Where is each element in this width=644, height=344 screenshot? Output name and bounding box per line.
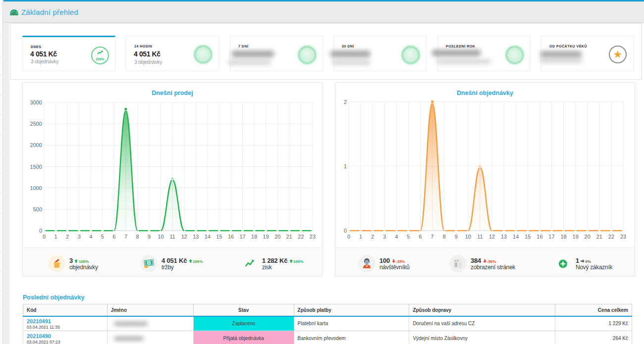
svg-text:1500: 1500	[30, 164, 42, 170]
svg-text:1: 1	[344, 163, 347, 169]
svg-text:14: 14	[513, 234, 519, 240]
svg-text:3: 3	[383, 234, 386, 240]
svg-text:19: 19	[263, 234, 269, 240]
svg-text:1: 1	[54, 234, 57, 240]
svg-text:2000: 2000	[30, 142, 42, 148]
svg-text:8: 8	[136, 234, 139, 240]
svg-text:17: 17	[239, 234, 245, 240]
svg-text:19: 19	[573, 234, 579, 240]
svg-text:20: 20	[274, 234, 280, 240]
svg-text:1000: 1000	[30, 185, 42, 191]
svg-text:2: 2	[66, 234, 69, 240]
svg-text:2: 2	[371, 234, 374, 240]
svg-text:21: 21	[286, 234, 292, 240]
svg-text:0: 0	[148, 261, 150, 265]
svg-text:3000: 3000	[30, 99, 42, 105]
svg-text:15: 15	[216, 234, 222, 240]
svg-text:5: 5	[101, 234, 104, 240]
svg-text:22: 22	[298, 234, 304, 240]
svg-text:21: 21	[596, 234, 602, 240]
svg-text:15: 15	[525, 234, 531, 240]
svg-text:6: 6	[112, 234, 115, 240]
svg-text:2: 2	[344, 99, 347, 105]
svg-text:13: 13	[501, 234, 507, 240]
svg-text:22: 22	[608, 234, 614, 240]
svg-text:18: 18	[560, 234, 566, 240]
svg-text:16: 16	[537, 234, 542, 240]
svg-text:500: 500	[33, 206, 42, 212]
svg-text:0: 0	[39, 228, 42, 234]
svg-text:2500: 2500	[30, 121, 42, 127]
svg-text:1: 1	[359, 234, 362, 240]
svg-text:7: 7	[124, 234, 127, 240]
svg-text:3: 3	[78, 234, 81, 240]
svg-text:14: 14	[205, 234, 211, 240]
svg-text:18: 18	[251, 234, 257, 240]
svg-text:0: 0	[43, 234, 46, 240]
svg-text:12: 12	[489, 234, 495, 240]
svg-text:10: 10	[465, 234, 471, 240]
svg-text:4: 4	[89, 234, 92, 240]
svg-text:11: 11	[477, 234, 483, 240]
svg-text:17: 17	[548, 234, 554, 240]
svg-text:13: 13	[193, 234, 199, 240]
svg-text:12: 12	[181, 234, 187, 240]
svg-text:20: 20	[585, 234, 590, 240]
svg-text:23: 23	[310, 234, 316, 240]
svg-text:0: 0	[344, 228, 347, 234]
svg-text:9: 9	[148, 234, 151, 240]
svg-text:23: 23	[620, 234, 626, 240]
svg-text:8: 8	[443, 234, 446, 240]
svg-text:5: 5	[407, 234, 410, 240]
svg-text:6: 6	[419, 234, 422, 240]
svg-text:10: 10	[158, 234, 164, 240]
svg-text:4: 4	[395, 234, 398, 240]
svg-text:0: 0	[347, 234, 350, 240]
svg-text:9: 9	[455, 234, 458, 240]
svg-text:11: 11	[170, 234, 175, 240]
svg-text:7: 7	[431, 234, 434, 240]
svg-text:16: 16	[228, 234, 234, 240]
